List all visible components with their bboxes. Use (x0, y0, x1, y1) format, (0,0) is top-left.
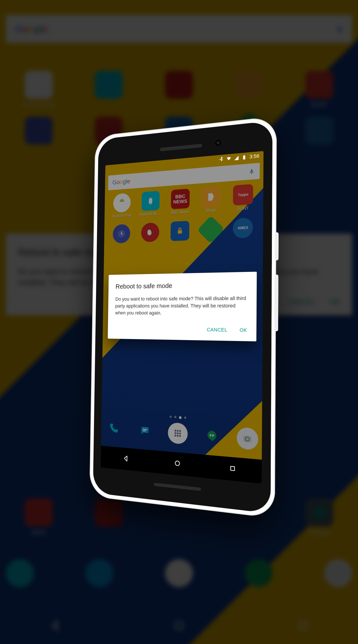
svg-rect-5 (149, 197, 151, 198)
page-dot[interactable] (174, 416, 177, 418)
page-dot[interactable] (170, 416, 172, 418)
bezel: 3:56 Google Android Pay Android We… (93, 120, 272, 514)
bunt-icon: Topps (233, 184, 253, 206)
svg-point-22 (175, 432, 176, 434)
dock-messenger[interactable] (135, 420, 155, 442)
app-android-wear[interactable]: Android We… (136, 190, 165, 217)
cell-signal-icon (234, 155, 239, 160)
svg-point-34 (175, 461, 179, 466)
app-clock[interactable] (107, 224, 136, 245)
svg-point-33 (245, 437, 249, 442)
svg-rect-6 (149, 204, 151, 204)
nav-back[interactable] (122, 454, 130, 464)
battery-icon (242, 154, 247, 160)
dialog-title: Reboot to safe mode (115, 281, 248, 290)
svg-rect-28 (210, 434, 211, 436)
weather-icon (232, 280, 253, 300)
chili-icon (141, 222, 159, 242)
ok-button[interactable]: OK (239, 325, 248, 336)
nav-recents[interactable] (228, 463, 237, 474)
app-bbc-news[interactable]: BBC NEWSBBC News (165, 188, 196, 216)
svg-point-24 (179, 432, 181, 434)
wifi-icon (226, 156, 231, 161)
dock-camera[interactable] (237, 427, 258, 450)
navigation-bar (101, 446, 262, 484)
bbc-news-icon: BBC NEWS (171, 188, 190, 209)
app-label: Weather (235, 302, 250, 306)
svg-point-27 (179, 435, 181, 437)
app-weather[interactable]: Weather (226, 280, 259, 306)
phone-mockup-stage: 3:56 Google Android Pay Android We… (0, 0, 358, 644)
reboot-safe-mode-dialog: Reboot to safe mode Do you want to reboo… (108, 272, 257, 341)
tv-icon (200, 280, 220, 300)
power-button[interactable] (275, 232, 279, 260)
google-logo: Google (112, 178, 130, 186)
nav-home[interactable] (173, 458, 182, 469)
svg-rect-4 (149, 198, 152, 204)
blogs-icon (201, 186, 221, 207)
svg-point-31 (245, 437, 249, 442)
svg-rect-29 (212, 434, 214, 436)
svg-point-19 (175, 430, 176, 432)
svg-rect-8 (178, 230, 182, 234)
svg-point-25 (175, 434, 176, 436)
front-camera (215, 140, 221, 146)
svg-point-20 (177, 430, 179, 432)
screen: 3:56 Google Android Pay Android We… (101, 151, 264, 484)
svg-rect-15 (237, 323, 239, 324)
app-label: Android We… (139, 211, 162, 217)
page-dot[interactable] (184, 416, 186, 419)
svg-rect-13 (242, 319, 243, 320)
dock-phone[interactable] (104, 418, 123, 440)
app-bunt[interactable]: ToppsBUNT (227, 184, 260, 212)
svg-rect-30 (243, 436, 251, 442)
app-label: Android Pay (112, 213, 132, 218)
app-label: BUNT (237, 206, 249, 211)
app-android-pay[interactable]: Android Pay (108, 192, 136, 219)
svg-point-26 (177, 435, 179, 437)
cancel-button[interactable]: CANCEL (206, 324, 228, 335)
app-label: Blogs (206, 208, 216, 213)
app-settings[interactable]: Settings (226, 314, 259, 340)
svg-point-32 (245, 437, 249, 442)
mic-icon[interactable] (249, 168, 255, 175)
bluetooth-icon (219, 156, 224, 162)
android-wear-icon (141, 191, 160, 211)
dialog-actions: CANCEL OK (115, 324, 248, 336)
svg-rect-16 (245, 323, 247, 324)
svg-point-23 (177, 432, 179, 434)
earpiece (160, 144, 202, 152)
app-amex[interactable]: AMEX (227, 217, 259, 240)
dock-hangouts[interactable] (202, 424, 222, 447)
amex-icon: AMEX (233, 217, 253, 238)
svg-point-12 (240, 322, 244, 325)
app-chilis[interactable] (135, 222, 165, 244)
dialog-body: Do you want to reboot into safe mode? Th… (115, 295, 248, 317)
page-dot-active[interactable] (179, 416, 182, 419)
svg-rect-14 (242, 327, 243, 329)
phone-mockup: 3:56 Google Android Pay Android We… (89, 116, 277, 518)
android-pay-icon (113, 193, 131, 213)
clock-icon (113, 224, 130, 244)
bottom-speaker (154, 483, 201, 491)
svg-rect-35 (231, 466, 234, 470)
svg-point-21 (179, 430, 181, 432)
app-label: TV & Movies (199, 302, 221, 306)
settings-gear-icon (232, 314, 252, 334)
dock-all-apps[interactable] (168, 422, 188, 444)
app-label: BBC News (171, 210, 190, 215)
lock-icon (171, 221, 189, 241)
app-label: Settings (235, 335, 250, 340)
status-clock: 3:56 (249, 153, 259, 160)
